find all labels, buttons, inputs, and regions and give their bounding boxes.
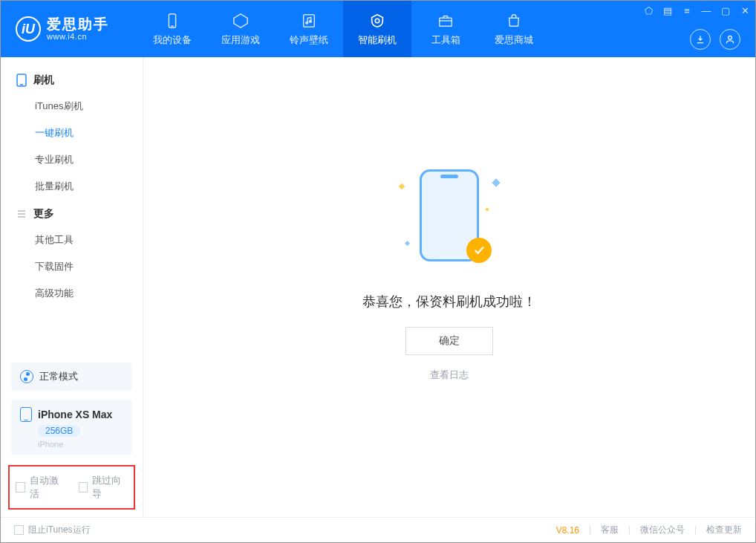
sidebar-item-pro-flash[interactable]: 专业刷机 (1, 146, 143, 173)
brand-title: 爱思助手 (47, 17, 109, 33)
nav-my-device[interactable]: 我的设备 (138, 1, 206, 57)
store-icon (505, 12, 523, 30)
nav-smart-flash[interactable]: 智能刷机 (343, 1, 411, 57)
nav-toolbox[interactable]: 工具箱 (411, 1, 480, 57)
device-card[interactable]: iPhone XS Max 256GB iPhone (11, 400, 132, 455)
nav-label: 我的设备 (153, 33, 192, 47)
sidebar-item-download-firmware[interactable]: 下载固件 (1, 253, 143, 280)
sidebar-item-batch-flash[interactable]: 批量刷机 (1, 173, 143, 200)
device-name: iPhone XS Max (38, 409, 112, 420)
status-link-check-update[interactable]: 检查更新 (706, 524, 742, 536)
device-type: iPhone (38, 440, 63, 449)
status-bar: 阻止iTunes运行 V8.16 客服 微信公众号 检查更新 (1, 517, 755, 542)
phone-icon (20, 407, 32, 422)
brand-logo-icon: iU (16, 16, 41, 42)
svg-point-3 (306, 22, 308, 24)
nav-label: 智能刷机 (358, 33, 397, 47)
nav-label: 爱思商城 (495, 33, 533, 47)
phone-icon (16, 74, 27, 86)
spark-icon (405, 240, 410, 245)
checkbox-box-icon (79, 482, 88, 492)
checkmark-badge-icon (466, 238, 492, 263)
main-content: 恭喜您，保资料刷机成功啦！ 确定 查看日志 (143, 57, 755, 517)
checkbox-auto-activate[interactable]: 自动激活 (16, 474, 65, 501)
sidebar-item-oneclick-flash[interactable]: 一键刷机 (1, 120, 143, 146)
nav-apps-games[interactable]: 应用游戏 (206, 1, 275, 57)
spark-icon (492, 178, 500, 186)
download-button[interactable] (690, 29, 711, 50)
header-action-buttons (690, 29, 740, 50)
success-message: 恭喜您，保资料刷机成功啦！ (362, 293, 536, 310)
svg-rect-0 (169, 13, 175, 27)
app-window: iU 爱思助手 www.i4.cn 我的设备 应用游戏 铃声壁纸 智能刷机 (0, 0, 756, 543)
nav-label: 工具箱 (431, 33, 460, 47)
list-icon (16, 208, 27, 220)
success-block: 恭喜您，保资料刷机成功啦！ 确定 查看日志 (362, 163, 536, 382)
device-capacity-badge: 256GB (38, 425, 80, 437)
checkbox-block-itunes[interactable]: 阻止iTunes运行 (14, 524, 91, 536)
refresh-icon (20, 370, 33, 383)
main-nav: 我的设备 应用游戏 铃声壁纸 智能刷机 工具箱 爱思商城 (138, 1, 548, 57)
sidebar-group-more: 更多 (1, 200, 143, 227)
user-account-button[interactable] (720, 29, 740, 50)
checkbox-skip-guide[interactable]: 跳过向导 (79, 474, 128, 501)
window-controls: ⬠ ▤ ≡ — ▢ ✕ (642, 5, 751, 16)
brand-subtitle: www.i4.cn (47, 32, 109, 41)
divider (695, 526, 696, 535)
status-link-wechat[interactable]: 微信公众号 (640, 524, 685, 536)
nav-ringtone-wallpaper[interactable]: 铃声壁纸 (275, 1, 343, 57)
checkbox-label: 阻止iTunes运行 (28, 524, 91, 536)
sidebar-item-other-tools[interactable]: 其他工具 (1, 227, 143, 253)
device-icon (163, 12, 181, 30)
svg-rect-6 (440, 18, 452, 26)
sidebar-group-title: 刷机 (33, 74, 54, 87)
device-card-top: iPhone XS Max (20, 407, 112, 422)
spark-icon (485, 207, 489, 212)
apps-icon (232, 12, 250, 30)
ok-button[interactable]: 确定 (405, 327, 493, 355)
svg-point-4 (309, 20, 311, 22)
sidebar-group-flash: 刷机 (1, 66, 143, 93)
success-illustration (386, 163, 512, 267)
checkbox-box-icon (16, 482, 25, 492)
status-link-support[interactable]: 客服 (601, 524, 619, 536)
view-log-link[interactable]: 查看日志 (430, 368, 469, 382)
sidebar: 刷机 iTunes刷机 一键刷机 专业刷机 批量刷机 更多 其他工具 下载固件 … (1, 57, 143, 517)
body: 刷机 iTunes刷机 一键刷机 专业刷机 批量刷机 更多 其他工具 下载固件 … (1, 57, 755, 517)
checkbox-label: 跳过向导 (92, 474, 128, 501)
toolbox-icon (437, 12, 454, 30)
nav-label: 应用游戏 (221, 33, 260, 47)
feedback-icon[interactable]: ▤ (662, 5, 674, 16)
svg-point-5 (375, 19, 379, 23)
header: iU 爱思助手 www.i4.cn 我的设备 应用游戏 铃声壁纸 智能刷机 (1, 1, 755, 57)
minimize-button[interactable]: — (700, 5, 712, 16)
spark-icon (399, 183, 405, 189)
nav-label: 铃声壁纸 (290, 33, 328, 47)
divider (629, 526, 630, 535)
sidebar-item-itunes-flash[interactable]: iTunes刷机 (1, 93, 143, 120)
skin-icon[interactable]: ⬠ (642, 5, 654, 16)
status-right: V8.16 客服 微信公众号 检查更新 (556, 524, 742, 536)
brand: iU 爱思助手 www.i4.cn (1, 1, 138, 57)
sidebar-item-advanced[interactable]: 高级功能 (1, 280, 143, 307)
svg-point-7 (729, 36, 732, 39)
ringtone-icon (300, 12, 318, 30)
divider (590, 526, 590, 535)
nav-store[interactable]: 爱思商城 (480, 1, 548, 57)
checkbox-label: 自动激活 (30, 474, 65, 501)
maximize-button[interactable]: ▢ (720, 5, 731, 16)
flash-icon (368, 12, 386, 30)
menu-icon[interactable]: ≡ (681, 5, 693, 16)
sidebar-group-title: 更多 (33, 207, 54, 221)
device-mode-label: 正常模式 (39, 370, 78, 383)
checkbox-box-icon (14, 525, 24, 535)
device-mode-card[interactable]: 正常模式 (11, 362, 132, 391)
version-label: V8.16 (556, 525, 579, 536)
close-button[interactable]: ✕ (739, 5, 751, 16)
bottom-options-highlight: 自动激活 跳过向导 (8, 465, 135, 510)
brand-text: 爱思助手 www.i4.cn (47, 17, 109, 42)
